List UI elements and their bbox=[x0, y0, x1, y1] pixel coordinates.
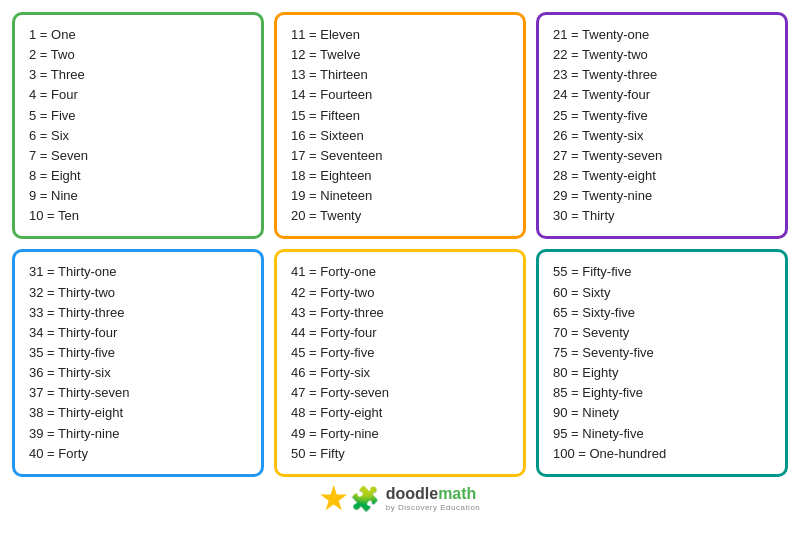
number-item: 21 = Twenty-one bbox=[553, 25, 771, 45]
number-item: 38 = Thirty-eight bbox=[29, 403, 247, 423]
number-card-1: 1 = One2 = Two3 = Three4 = Four5 = Five6… bbox=[12, 12, 264, 239]
number-item: 95 = Ninety-five bbox=[553, 424, 771, 444]
number-cards-grid: 1 = One2 = Two3 = Three4 = Four5 = Five6… bbox=[12, 12, 788, 477]
footer-logo: doodlemath by Discovery Education bbox=[386, 485, 481, 512]
number-card-6: 55 = Fifty-five60 = Sixty65 = Sixty-five… bbox=[536, 249, 788, 476]
number-item: 2 = Two bbox=[29, 45, 247, 65]
number-item: 7 = Seven bbox=[29, 146, 247, 166]
number-item: 50 = Fifty bbox=[291, 444, 509, 464]
number-item: 80 = Eighty bbox=[553, 363, 771, 383]
number-item: 8 = Eight bbox=[29, 166, 247, 186]
number-item: 42 = Forty-two bbox=[291, 283, 509, 303]
number-item: 44 = Forty-four bbox=[291, 323, 509, 343]
number-item: 22 = Twenty-two bbox=[553, 45, 771, 65]
number-item: 40 = Forty bbox=[29, 444, 247, 464]
number-item: 13 = Thirteen bbox=[291, 65, 509, 85]
number-item: 1 = One bbox=[29, 25, 247, 45]
number-item: 70 = Seventy bbox=[553, 323, 771, 343]
number-item: 90 = Ninety bbox=[553, 403, 771, 423]
number-item: 24 = Twenty-four bbox=[553, 85, 771, 105]
number-item: 75 = Seventy-five bbox=[553, 343, 771, 363]
number-item: 25 = Twenty-five bbox=[553, 106, 771, 126]
number-item: 28 = Twenty-eight bbox=[553, 166, 771, 186]
number-item: 100 = One-hundred bbox=[553, 444, 771, 464]
number-item: 16 = Sixteen bbox=[291, 126, 509, 146]
number-item: 45 = Forty-five bbox=[291, 343, 509, 363]
footer-doodle-text: doodle bbox=[386, 485, 438, 502]
puzzle-icon: 🧩 bbox=[350, 485, 380, 513]
number-item: 23 = Twenty-three bbox=[553, 65, 771, 85]
number-item: 18 = Eighteen bbox=[291, 166, 509, 186]
number-item: 36 = Thirty-six bbox=[29, 363, 247, 383]
number-item: 6 = Six bbox=[29, 126, 247, 146]
number-item: 5 = Five bbox=[29, 106, 247, 126]
number-item: 12 = Twelve bbox=[291, 45, 509, 65]
number-item: 31 = Thirty-one bbox=[29, 262, 247, 282]
number-item: 65 = Sixty-five bbox=[553, 303, 771, 323]
footer-sub-text: by Discovery Education bbox=[386, 503, 481, 512]
number-item: 17 = Seventeen bbox=[291, 146, 509, 166]
number-item: 10 = Ten bbox=[29, 206, 247, 226]
number-item: 30 = Thirty bbox=[553, 206, 771, 226]
number-item: 55 = Fifty-five bbox=[553, 262, 771, 282]
number-card-5: 41 = Forty-one42 = Forty-two43 = Forty-t… bbox=[274, 249, 526, 476]
number-item: 34 = Thirty-four bbox=[29, 323, 247, 343]
number-item: 60 = Sixty bbox=[553, 283, 771, 303]
number-item: 33 = Thirty-three bbox=[29, 303, 247, 323]
footer-math-text: math bbox=[438, 485, 476, 502]
number-item: 85 = Eighty-five bbox=[553, 383, 771, 403]
number-item: 48 = Forty-eight bbox=[291, 403, 509, 423]
number-item: 3 = Three bbox=[29, 65, 247, 85]
number-card-4: 31 = Thirty-one32 = Thirty-two33 = Thirt… bbox=[12, 249, 264, 476]
number-item: 29 = Twenty-nine bbox=[553, 186, 771, 206]
number-item: 20 = Twenty bbox=[291, 206, 509, 226]
number-item: 43 = Forty-three bbox=[291, 303, 509, 323]
number-item: 14 = Fourteen bbox=[291, 85, 509, 105]
number-item: 47 = Forty-seven bbox=[291, 383, 509, 403]
number-item: 49 = Forty-nine bbox=[291, 424, 509, 444]
number-item: 4 = Four bbox=[29, 85, 247, 105]
number-item: 37 = Thirty-seven bbox=[29, 383, 247, 403]
number-item: 32 = Thirty-two bbox=[29, 283, 247, 303]
number-item: 27 = Twenty-seven bbox=[553, 146, 771, 166]
number-item: 26 = Twenty-six bbox=[553, 126, 771, 146]
number-item: 39 = Thirty-nine bbox=[29, 424, 247, 444]
number-item: 15 = Fifteen bbox=[291, 106, 509, 126]
number-item: 19 = Nineteen bbox=[291, 186, 509, 206]
footer: 🧩 doodlemath by Discovery Education bbox=[320, 485, 481, 513]
star-icon-1 bbox=[320, 485, 348, 513]
number-item: 46 = Forty-six bbox=[291, 363, 509, 383]
number-item: 9 = Nine bbox=[29, 186, 247, 206]
number-item: 35 = Thirty-five bbox=[29, 343, 247, 363]
number-item: 41 = Forty-one bbox=[291, 262, 509, 282]
number-item: 11 = Eleven bbox=[291, 25, 509, 45]
number-card-2: 11 = Eleven12 = Twelve13 = Thirteen14 = … bbox=[274, 12, 526, 239]
number-card-3: 21 = Twenty-one22 = Twenty-two23 = Twent… bbox=[536, 12, 788, 239]
